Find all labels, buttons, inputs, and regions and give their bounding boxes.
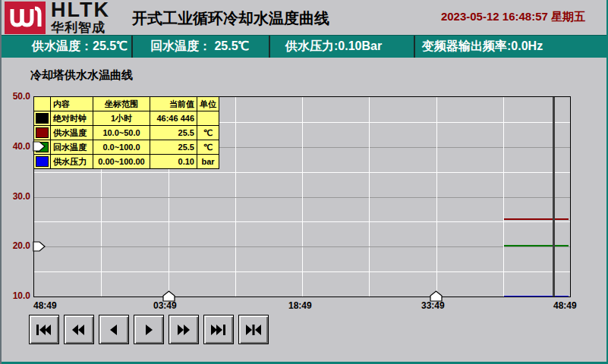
status-inverter-freq: 变频器输出频率:0.0Hz — [422, 39, 543, 55]
hltk-wave-logo-icon — [5, 2, 46, 34]
company-logo — [5, 2, 46, 34]
legend-range: 0.0~100.0 — [93, 140, 150, 155]
y-axis-tick-label: 10.0 — [3, 290, 30, 301]
page-title: 开式工业循环冷却水温度曲线 — [132, 8, 329, 29]
x-axis-tick-label: 48:49 — [553, 300, 577, 311]
step-back-button[interactable] — [99, 315, 129, 344]
legend-name: 绝对时钟 — [51, 111, 93, 126]
chart-title: 冷却塔供水水温曲线 — [30, 68, 133, 83]
legend-value: 25.5 — [150, 140, 197, 155]
x-axis-tick-label: 03:49 — [153, 300, 177, 311]
legend-header: 内容 — [51, 97, 93, 111]
y-axis-slider-upper[interactable] — [33, 141, 46, 152]
right-pointer-icon — [33, 141, 46, 152]
legend-header-row: 内容 坐标范围 当前值 单位 — [34, 97, 219, 111]
skip-to-start-icon — [35, 324, 53, 336]
legend-value: 0.10 — [150, 155, 197, 169]
datetime-display: 2023-05-12 16:48:57 星期五 — [441, 10, 585, 24]
legend-unit — [197, 111, 219, 126]
fast-rewind-icon — [70, 324, 88, 336]
clock-color-swatch — [36, 113, 49, 124]
brand-name: 华利智成 — [51, 19, 106, 36]
trend-line-supply-pressure — [504, 296, 569, 297]
fast-forward-button[interactable] — [169, 315, 199, 344]
legend-header: 当前值 — [150, 97, 197, 111]
play-forward-icon — [140, 324, 158, 336]
gridline-horizontal — [34, 246, 570, 247]
x-axis-tick-label: 33:49 — [421, 300, 445, 311]
legend-name: 供水压力 — [51, 155, 93, 169]
up-pointer-icon — [430, 290, 443, 302]
legend-range: 1小时 — [93, 111, 150, 126]
trend-line-supply-temp — [504, 218, 569, 220]
skip-to-end-icon — [209, 324, 228, 336]
y-axis-tick-label: 30.0 — [3, 191, 30, 202]
gridline-vertical — [503, 97, 504, 297]
status-divider — [131, 36, 133, 58]
legend-color-header — [34, 97, 51, 111]
supply-pressure-color-swatch — [36, 156, 49, 167]
hmi-trend-screen: HLTK 华利智成 开式工业循环冷却水温度曲线 2023-05-12 16:48… — [0, 0, 608, 364]
trend-playback-controls — [29, 315, 269, 344]
status-divider — [414, 36, 415, 58]
x-axis-tick-label: 48:49 — [33, 300, 57, 311]
status-supply-pressure: 供水压力:0.10Bar — [285, 39, 382, 55]
play-back-icon — [105, 324, 123, 336]
legend-unit: bar — [197, 155, 219, 169]
legend-row-supply-pressure[interactable]: 供水压力 0.00~100.00 0.10 bar — [34, 155, 219, 169]
trend-legend-table: 内容 坐标范围 当前值 单位 绝对时钟 1小时 46:46 446 供水温度 1… — [33, 96, 219, 169]
x-axis-slider-right[interactable] — [430, 290, 443, 302]
jump-to-now-button[interactable] — [238, 315, 269, 344]
x-axis-slider-left[interactable] — [162, 290, 175, 302]
supply-temp-color-swatch — [36, 127, 49, 138]
legend-row-clock[interactable]: 绝对时钟 1小时 46:46 446 — [34, 111, 219, 126]
legend-unit: ℃ — [197, 140, 219, 155]
gridline-vertical — [436, 97, 437, 297]
y-axis-tick-label: 50.0 — [3, 91, 30, 102]
status-bar: 供水温度：25.5℃ 回水温度： 25.5℃ 供水压力:0.10Bar 变频器输… — [2, 35, 608, 58]
y-axis-tick-label: 20.0 — [3, 240, 30, 251]
legend-value: 46:46 446 — [150, 111, 197, 126]
gridline-horizontal — [34, 271, 570, 272]
legend-unit: ℃ — [197, 126, 219, 140]
jump-to-now-icon — [244, 324, 263, 336]
legend-range: 10.0~50.0 — [93, 126, 150, 140]
step-forward-button[interactable] — [134, 315, 164, 344]
status-divider — [269, 36, 270, 58]
time-cursor-line[interactable] — [553, 97, 555, 297]
right-pointer-icon — [33, 241, 46, 252]
legend-range: 0.00~100.00 — [93, 155, 150, 169]
legend-header: 坐标范围 — [93, 97, 150, 111]
brand-acronym: HLTK — [51, 0, 110, 20]
legend-row-return-temp[interactable]: 回水温度 0.0~100.0 25.5 ℃ — [34, 140, 219, 155]
y-axis-slider-lower[interactable] — [33, 241, 46, 252]
gridline-vertical — [369, 97, 370, 297]
legend-row-supply-temp[interactable]: 供水温度 10.0~50.0 25.5 ℃ — [34, 126, 219, 140]
trend-line-return-temp — [504, 245, 569, 246]
y-axis-tick-label: 40.0 — [3, 141, 30, 152]
status-return-temp: 回水温度： 25.5℃ — [150, 39, 249, 55]
status-supply-temp: 供水温度：25.5℃ — [32, 39, 128, 55]
gridline-vertical — [302, 97, 303, 297]
legend-name: 回水温度 — [51, 140, 93, 155]
x-axis-tick-label: 18:49 — [288, 300, 312, 311]
legend-header: 单位 — [197, 97, 219, 111]
fast-rewind-button[interactable] — [64, 315, 94, 344]
up-pointer-icon — [162, 290, 175, 302]
legend-name: 供水温度 — [51, 126, 93, 140]
legend-value: 25.5 — [150, 126, 197, 140]
gridline-horizontal — [34, 221, 570, 222]
skip-to-end-button[interactable] — [203, 315, 234, 344]
fast-forward-icon — [175, 324, 193, 336]
skip-to-start-button[interactable] — [29, 315, 59, 344]
